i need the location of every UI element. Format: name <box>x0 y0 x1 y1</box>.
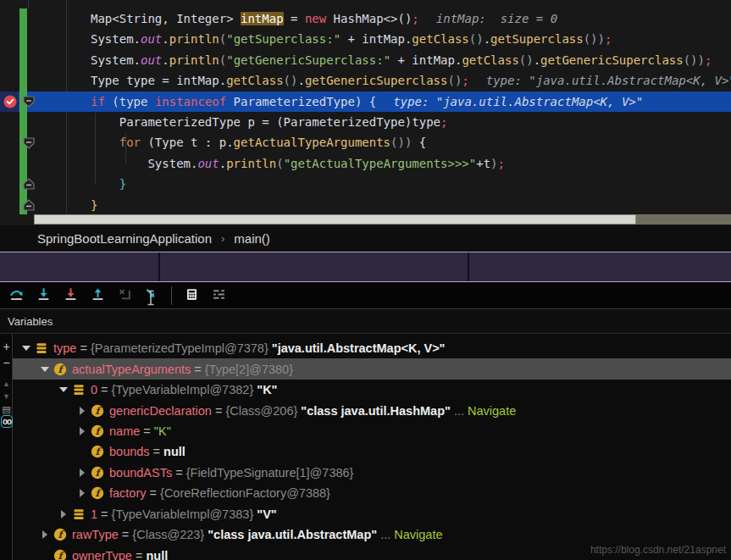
value-icon <box>35 341 48 355</box>
breakpoint-icon[interactable] <box>3 94 18 109</box>
code-token: ; <box>462 74 468 87</box>
code-token: { <box>412 136 426 149</box>
evaluate-expression-button[interactable] <box>180 285 203 307</box>
breadcrumb-class[interactable]: SpringBootLearningApplication <box>37 231 212 246</box>
code-line[interactable]: Type type = intMap.getClass().getGeneric… <box>91 70 731 91</box>
horizontal-scrollbar-thumb[interactable] <box>34 214 636 225</box>
code-token: + intMap. <box>341 32 412 46</box>
variable-row-factory[interactable]: ffactory = {CoreReflectionFactory@7388} <box>13 483 731 503</box>
variable-value: {TypeVariableImpl@7382} <box>112 383 258 396</box>
drop-frame-button[interactable] <box>113 285 136 307</box>
expand-arrow-icon[interactable] <box>58 510 69 518</box>
navigate-link[interactable]: Navigate <box>394 528 442 541</box>
code-line[interactable]: System.out.println("getGenericSuperclass… <box>91 50 712 70</box>
variable-value: = <box>191 363 205 376</box>
code-token: ; <box>498 157 505 170</box>
code-line[interactable]: for (Type t : p.getActualTypeArguments()… <box>91 132 426 152</box>
variable-value: {Class@223} <box>132 528 208 541</box>
variable-name: bounds <box>109 445 150 458</box>
variable-value: = <box>97 383 112 396</box>
move-down-button[interactable]: ▼ <box>0 389 13 403</box>
variable-name: name <box>109 424 140 438</box>
code-token: ; <box>412 12 418 25</box>
horizontal-scrollbar-track[interactable] <box>636 214 731 225</box>
step-into-button[interactable] <box>31 285 55 307</box>
variable-row-1[interactable]: 1 = {TypeVariableImpl@7383} "V" <box>13 504 731 524</box>
force-step-into-button[interactable] <box>58 285 82 307</box>
variable-name: boundASTs <box>109 466 172 480</box>
fold-region-end-icon[interactable] <box>23 199 35 211</box>
expand-arrow-icon[interactable] <box>39 530 50 539</box>
variable-value: = <box>76 341 91 355</box>
variable-row-type[interactable]: type = {ParameterizedTypeImpl@7378} "jav… <box>13 338 731 358</box>
code-line[interactable]: ParameterizedType p = (ParameterizedType… <box>91 112 447 132</box>
debug-step-toolbar <box>0 283 731 309</box>
variable-value: = <box>147 486 161 500</box>
code-token: getActualTypeArguments <box>234 136 390 149</box>
watch-values-button[interactable]: oo <box>1 415 13 428</box>
variable-value: = <box>140 424 154 438</box>
expand-arrow-icon[interactable] <box>76 407 87 415</box>
fold-region-end-icon[interactable] <box>23 178 35 190</box>
variable-value: "V" <box>257 507 276 521</box>
variable-value: = <box>150 445 164 458</box>
collapse-arrow-icon[interactable] <box>20 346 31 351</box>
code-token: = <box>284 12 305 25</box>
code-token: "getActualTypeArguments>>>" <box>284 157 477 170</box>
code-token: System. <box>91 53 141 67</box>
variable-row-rawType[interactable]: frawType = {Class@223} "class java.util.… <box>13 524 731 545</box>
code-line[interactable]: } <box>91 174 126 194</box>
code-token: ParameterizedType p = (ParameterizedType… <box>91 115 440 129</box>
variable-row-actualTypeArguments[interactable]: factualTypeArguments = {Type[2]@7380} <box>13 358 731 379</box>
code-token: (Type t : p. <box>141 136 234 149</box>
variable-row-0[interactable]: 0 = {TypeVariableImpl@7382} "K" <box>13 380 731 400</box>
calculator-icon <box>185 287 199 305</box>
fold-region-start-icon[interactable] <box>23 137 35 149</box>
variable-value: ... <box>451 404 468 418</box>
step-over-button[interactable] <box>4 285 28 307</box>
variable-name: genericDeclaration <box>109 404 212 418</box>
code-line[interactable]: Map<String, Integer> intMap = new HashMa… <box>91 8 557 29</box>
field-icon: f <box>91 424 104 438</box>
navigate-link[interactable]: Navigate <box>468 404 516 418</box>
strip-divider <box>468 252 469 281</box>
fold-region-start-icon[interactable] <box>23 96 35 108</box>
variable-name: type <box>53 341 76 355</box>
collapse-arrow-icon[interactable] <box>58 387 69 392</box>
variable-row-bounds[interactable]: fbounds = null <box>13 441 731 462</box>
expand-arrow-icon[interactable] <box>76 489 87 497</box>
remove-watch-button[interactable]: − <box>0 355 13 369</box>
run-to-cursor-button[interactable] <box>140 285 163 307</box>
expand-arrow-icon[interactable] <box>76 469 87 477</box>
code-line[interactable]: if (type instanceof ParameterizedType) {… <box>91 91 643 112</box>
code-token: ( <box>219 53 226 67</box>
variable-value: null <box>146 549 168 560</box>
code-line[interactable]: } <box>91 195 97 215</box>
breadcrumb-method[interactable]: main() <box>234 231 270 246</box>
code-editor[interactable]: Map<String, Integer> intMap = new HashMa… <box>0 0 731 225</box>
variable-value: "class java.util.AbstractMap" <box>208 528 377 541</box>
variable-value: {TypeVariableImpl@7383} <box>112 507 258 521</box>
variable-row-name[interactable]: fname = "K" <box>13 421 731 441</box>
code-token: + intMap. <box>390 53 462 67</box>
code-line[interactable]: System.out.println("getSuperclass:" + in… <box>91 29 612 49</box>
variable-row-genericDeclaration[interactable]: fgenericDeclaration = {Class@206} "class… <box>13 400 731 420</box>
code-line[interactable]: System.out.println("getActualTypeArgumen… <box>91 153 505 174</box>
variable-row-boundASTs[interactable]: fboundASTs = {FieldTypeSignature[1]@7386… <box>13 463 731 483</box>
chevron-right-icon: › <box>221 232 224 245</box>
add-watch-button[interactable]: + <box>0 339 13 353</box>
step-into-icon <box>36 287 51 305</box>
step-out-button[interactable] <box>86 285 109 307</box>
field-icon: f <box>91 404 104 418</box>
field-icon: f <box>91 445 104 458</box>
ide-debugger-window: Map<String, Integer> intMap = new HashMa… <box>0 0 731 560</box>
code-token: () <box>447 74 462 87</box>
expand-arrow-icon[interactable] <box>76 427 87 435</box>
code-token: getClass <box>462 53 518 67</box>
collapse-arrow-icon[interactable] <box>39 367 50 372</box>
variable-value: {ParameterizedTypeImpl@7378} <box>91 341 272 355</box>
code-token: "getSuperclass:" <box>226 32 341 46</box>
code-token: "getGenericSuperclass:" <box>226 53 390 67</box>
variable-name: ownerType <box>72 549 132 560</box>
view-options-button[interactable] <box>207 285 230 307</box>
